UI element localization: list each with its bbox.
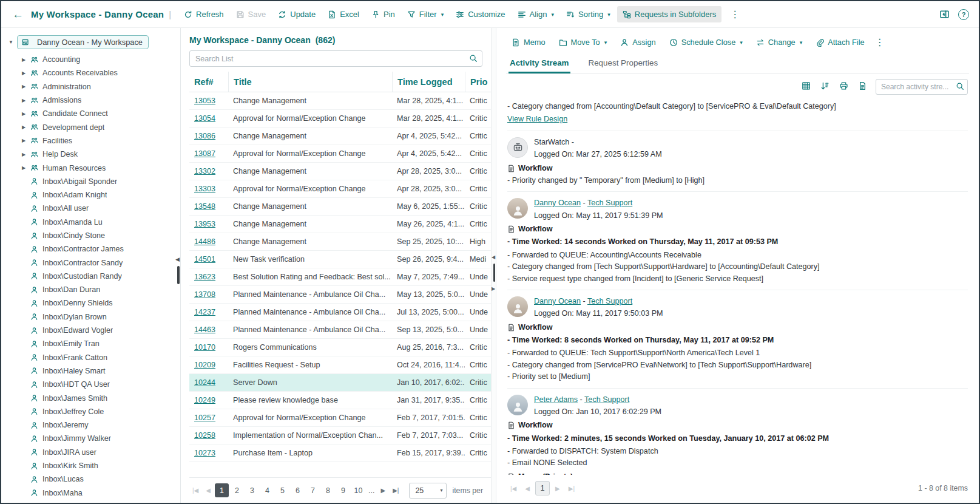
- request-row-13086[interactable]: 13086Change ManagementApr 4, 2025, 5:42.…: [189, 128, 491, 145]
- tree-item-inbox-lucas[interactable]: Inbox\Lucas: [6, 472, 180, 486]
- view-rule-design-link[interactable]: View Rule Design: [507, 114, 567, 124]
- grid-view-button[interactable]: [800, 80, 812, 94]
- next-page-button[interactable]: ▶: [377, 485, 388, 496]
- detail-button-move-to[interactable]: Move To▾: [553, 34, 613, 50]
- request-row-10209[interactable]: 10209Facilities Request - SetupOct 24, 2…: [189, 356, 491, 374]
- expand-arrow-icon[interactable]: ▶: [22, 165, 30, 171]
- toolbar-button-requests-in-subfolders[interactable]: Requests in Subfolders: [617, 6, 721, 22]
- toolbar-button-filter[interactable]: Filter▾: [402, 6, 449, 22]
- request-row-13053[interactable]: 13053Change ManagementMar 28, 2025, 4:1.…: [189, 92, 491, 110]
- last-page-button[interactable]: ▶|: [390, 485, 402, 496]
- expand-arrow-icon[interactable]: ▶: [22, 138, 30, 143]
- back-button[interactable]: ←: [8, 8, 27, 21]
- tree-root-selected-box[interactable]: Danny Ocean - My Workspace: [17, 35, 149, 49]
- ref-link[interactable]: 13303: [194, 185, 215, 193]
- request-row-10249[interactable]: 10249Please review knowledge baseJan 31,…: [189, 392, 491, 409]
- sidebar-scrollbar-thumb[interactable]: [177, 266, 180, 284]
- ref-link[interactable]: 14501: [194, 255, 215, 264]
- tree-item-inbox-all-user[interactable]: Inbox\All user: [6, 202, 180, 215]
- help-icon[interactable]: ?: [958, 9, 969, 20]
- request-row-10258[interactable]: 10258Implementation of Normal/Exception …: [189, 427, 491, 444]
- column-header-ref[interactable]: Ref#: [189, 72, 228, 92]
- tree-item-inbox-custodian-randy[interactable]: Inbox\Custodian Randy: [6, 270, 180, 283]
- request-row-13623[interactable]: 13623Best Solution Rating and Feedback: …: [189, 268, 491, 286]
- collapse-arrow-icon[interactable]: ▼: [8, 39, 13, 45]
- tree-item-inbox-jira-user[interactable]: Inbox\JIRA user: [6, 446, 180, 459]
- ref-link[interactable]: 14486: [194, 237, 215, 246]
- ref-link[interactable]: 13708: [194, 290, 215, 299]
- detail-button-schedule-close[interactable]: Schedule Close▾: [664, 34, 748, 50]
- ref-link[interactable]: 14463: [194, 325, 215, 334]
- tree-item-inbox-contractor-james[interactable]: Inbox\Contractor James: [6, 242, 180, 256]
- tree-item-inbox-dan-duran[interactable]: Inbox\Dan Duran: [6, 283, 180, 296]
- ref-link[interactable]: 13087: [194, 149, 215, 158]
- prev-page-button[interactable]: ◀: [522, 483, 533, 494]
- panel-splitter[interactable]: ◀ ▶: [491, 28, 496, 503]
- expand-arrow-icon[interactable]: ▶: [22, 98, 30, 103]
- ref-link[interactable]: 10170: [194, 343, 215, 352]
- request-row-13302[interactable]: 13302Change ManagementApr 28, 2025, 3:0.…: [189, 163, 491, 180]
- page-button-3[interactable]: 3: [245, 483, 259, 497]
- tree-item-candidate-connect[interactable]: ▶Candidate Connect: [6, 107, 180, 120]
- page-button-9[interactable]: 9: [336, 483, 350, 497]
- request-row-13303[interactable]: 13303Approval for Normal/Exception Chang…: [189, 180, 491, 198]
- request-row-10244[interactable]: 10244Server DownJan 10, 2017, 6:02:...Cr…: [189, 374, 491, 392]
- splitter-expand-right-icon[interactable]: ▶: [492, 286, 495, 291]
- expand-arrow-icon[interactable]: ▶: [22, 84, 30, 89]
- user-link[interactable]: Danny Ocean: [534, 199, 581, 207]
- column-header-prio[interactable]: Prio: [465, 72, 491, 92]
- toolbar-button-refresh[interactable]: Refresh: [178, 6, 229, 22]
- tree-root-item[interactable]: ▼ Danny Ocean - My Workspace: [8, 35, 180, 49]
- last-page-button[interactable]: ▶|: [566, 483, 578, 494]
- ref-link[interactable]: 13623: [194, 273, 215, 281]
- page-button-4[interactable]: 4: [260, 483, 274, 497]
- tree-item-inbox-emily-tran[interactable]: Inbox\Emily Tran: [6, 337, 180, 350]
- sidebar-collapse-arrow-icon[interactable]: ◀: [175, 256, 180, 262]
- tree-item-help-desk[interactable]: ▶Help Desk: [6, 148, 180, 161]
- team-link[interactable]: Tech Support: [587, 297, 632, 305]
- tree-item-inbox-maha[interactable]: Inbox\Maha: [6, 486, 180, 500]
- next-page-button[interactable]: ▶: [552, 483, 563, 494]
- expand-arrow-icon[interactable]: ▶: [22, 111, 30, 117]
- ref-link[interactable]: 13053: [194, 97, 215, 105]
- user-link[interactable]: Danny Ocean: [534, 297, 581, 305]
- tab-activity-stream[interactable]: Activity Stream: [509, 53, 570, 73]
- ref-link[interactable]: 10258: [194, 431, 215, 440]
- tree-item-accounting[interactable]: ▶Accounting: [6, 53, 180, 66]
- tree-item-inbox-adam-knight[interactable]: Inbox\Adam Knight: [6, 188, 180, 202]
- ref-link[interactable]: 10273: [194, 449, 215, 457]
- page-button-1[interactable]: 1: [215, 483, 229, 497]
- first-page-button[interactable]: |◀: [507, 483, 519, 494]
- request-row-10273[interactable]: 10273Purchase Item - LaptopFeb 15, 2017,…: [189, 444, 491, 462]
- detail-button-memo[interactable]: Memo: [506, 34, 551, 50]
- print-button[interactable]: [838, 80, 850, 94]
- toolbar-button-align[interactable]: Align▾: [512, 6, 559, 22]
- toolbar-button-excel[interactable]: Excel: [322, 6, 365, 22]
- tree-item-inbox-jeffrey-cole[interactable]: Inbox\Jeffrey Cole: [6, 405, 180, 418]
- tree-item-inbox-cindy-stone[interactable]: Inbox\Cindy Stone: [6, 229, 180, 242]
- toolbar-button-pin[interactable]: Pin: [366, 6, 400, 22]
- tree-item-human-resources[interactable]: ▶Human Resources: [6, 161, 180, 174]
- more-options-button[interactable]: ⋮: [725, 9, 745, 20]
- toolbar-button-customize[interactable]: Customize: [450, 6, 510, 22]
- request-row-13548[interactable]: 13548Change ManagementMay 6, 2025, 1:55:…: [189, 198, 491, 216]
- tab-request-properties[interactable]: Request Properties: [587, 53, 660, 73]
- request-row-10170[interactable]: 10170Rogers CommunicationsAug 25, 2016, …: [189, 339, 491, 356]
- tree-item-inbox-kirk-smith[interactable]: Inbox\Kirk Smith: [6, 459, 180, 472]
- splitter-collapse-left-icon[interactable]: ◀: [492, 254, 495, 260]
- detail-more-button[interactable]: ⋮: [870, 36, 890, 48]
- request-row-14237[interactable]: 14237Planned Maintenance - Ambulance Oil…: [189, 304, 491, 321]
- ref-link[interactable]: 13302: [194, 167, 215, 175]
- page-button-2[interactable]: 2: [230, 483, 244, 497]
- prev-page-button[interactable]: ◀: [203, 485, 214, 496]
- toolbar-button-save[interactable]: Save: [231, 6, 272, 22]
- ref-link[interactable]: 10249: [194, 396, 215, 404]
- ref-link[interactable]: 13548: [194, 202, 215, 211]
- tree-item-inbox-frank-catton[interactable]: Inbox\Frank Catton: [6, 351, 180, 364]
- ref-link[interactable]: 10209: [194, 361, 215, 369]
- request-row-13087[interactable]: 13087Approval for Normal/Exception Chang…: [189, 145, 491, 163]
- request-row-13708[interactable]: 13708Planned Maintenance - Ambulance Oil…: [189, 286, 491, 304]
- page-button-7[interactable]: 7: [306, 483, 320, 497]
- search-activity-input[interactable]: [876, 79, 968, 95]
- expand-arrow-icon[interactable]: ▶: [22, 152, 30, 157]
